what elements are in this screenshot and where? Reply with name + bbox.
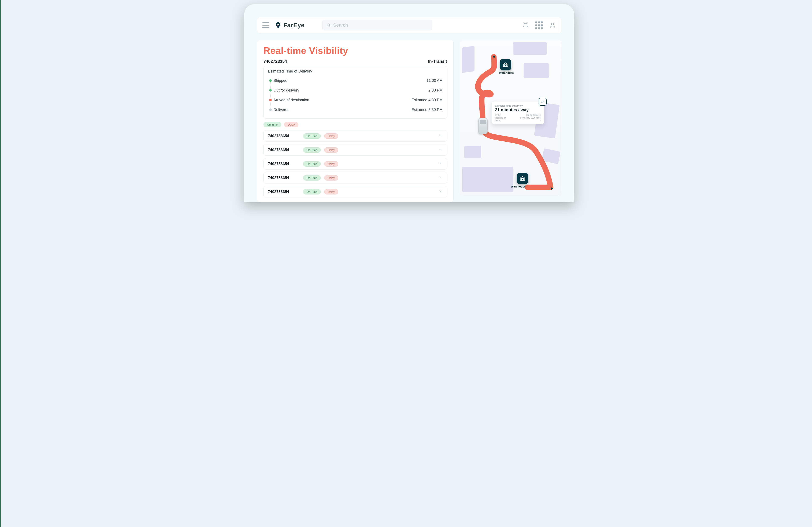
badge-ontime: On-Time <box>303 189 321 194</box>
warehouse-icon <box>503 62 509 68</box>
svg-point-0 <box>277 24 279 25</box>
badge-ontime: On-Time <box>303 147 321 152</box>
apps-button[interactable] <box>535 21 542 29</box>
timeline-step-label: Arrived of destination <box>273 98 309 102</box>
shipment-status: In-Transit <box>428 59 447 64</box>
timeline: Shipped11:00 AMOut for delivery2:00 PMAr… <box>268 76 443 115</box>
analytics-icon[interactable] <box>539 98 547 106</box>
search-icon <box>326 23 331 28</box>
header-actions <box>522 21 556 29</box>
filter-delay[interactable]: Delay <box>284 122 299 127</box>
eta-popup-key: Items <box>495 119 500 122</box>
eta-popup-row: Tracking ID8493 3049 0220 4895 <box>495 117 541 119</box>
app-window: FarEye <box>244 4 574 202</box>
shipment-list: 7402733654On-TimeDelay7402733654On-TimeD… <box>263 130 447 197</box>
svg-rect-4 <box>521 178 523 180</box>
timeline-step-time: Esitamed 4:30 PM <box>411 98 443 102</box>
search-box[interactable] <box>322 20 432 30</box>
chevron-down-icon <box>438 147 443 152</box>
notifications-button[interactable] <box>522 21 529 29</box>
badge-ontime: On-Time <box>303 133 321 139</box>
shipment-row[interactable]: 7402733654On-TimeDelay <box>263 130 447 142</box>
timeline-step-time: 2:00 PM <box>429 88 443 92</box>
timeline-step-label: Shipped <box>273 78 287 83</box>
timeline-step-label: Delivered <box>273 107 289 112</box>
apps-icon <box>535 21 543 29</box>
eta-popup-row: Items2 <box>495 119 541 122</box>
tracking-id: 7402723354 <box>263 59 287 64</box>
badge-delay: Delay <box>324 147 338 152</box>
topbar: FarEye <box>257 17 562 33</box>
chevron-down-icon <box>438 133 443 138</box>
route-start-dot <box>493 56 495 58</box>
eta-popup-key: Status <box>495 114 501 116</box>
shipment-row[interactable]: 7402733654On-TimeDelay <box>263 158 447 170</box>
map-canvas[interactable]: Warehouse Warehouse Estimated Time of De… <box>460 40 561 196</box>
timeline-step: Arrived of destinationEsitamed 4:30 PM <box>268 95 443 105</box>
origin-label: Warehouse <box>499 71 514 74</box>
svg-point-1 <box>327 24 330 26</box>
eta-popup-val: 2 <box>539 119 541 122</box>
profile-button[interactable] <box>549 21 556 29</box>
chevron-down-icon <box>438 175 443 180</box>
eta-card: Esimated Time of Delivery Shipped11:00 A… <box>263 66 447 119</box>
destination-label: Warehouse <box>511 185 526 188</box>
badge-delay: Delay <box>324 175 338 180</box>
badge-delay: Delay <box>324 189 338 194</box>
filter-pills: On-Time Delay <box>263 122 447 127</box>
warehouse-icon <box>520 175 525 181</box>
filter-ontime[interactable]: On-Time <box>263 122 281 127</box>
eta-popup-key: Tracking ID <box>495 117 506 119</box>
timeline-step-time: Esitamed 6:30 PM <box>411 107 443 112</box>
map-panel[interactable]: Warehouse Warehouse Estimated Time of De… <box>460 40 562 196</box>
eta-label: Esimated Time of Delivery <box>268 69 443 74</box>
chevron-down-icon <box>438 161 443 166</box>
route-end-dot <box>551 188 553 190</box>
search-input[interactable] <box>333 23 428 28</box>
shipment-id: 7402733654 <box>268 148 300 152</box>
page-title: Real-time Visibility <box>263 45 447 56</box>
shipment-id: 7402733654 <box>268 162 300 166</box>
timeline-step-time: 11:00 AM <box>426 78 443 83</box>
vehicle-icon <box>478 118 488 134</box>
menu-button[interactable] <box>262 23 270 28</box>
timeline-step: DeliveredEsitamed 6:30 PM <box>268 105 443 115</box>
eta-popup-value: 21 minutes away <box>495 107 541 112</box>
badge-delay: Delay <box>324 161 338 166</box>
fareye-logo-icon <box>274 21 282 29</box>
eta-popup-title: Estimated Time of Delivery <box>495 104 541 107</box>
shipment-id: 7402733654 <box>268 134 300 138</box>
timeline-step: Out for delivery2:00 PM <box>268 85 443 95</box>
origin-marker[interactable] <box>500 59 511 70</box>
brand-name: FarEye <box>284 21 304 29</box>
avatar-icon <box>549 22 556 28</box>
current-shipment-header: 7402723354 In-Transit <box>263 59 447 64</box>
svg-point-2 <box>551 23 554 25</box>
destination-marker[interactable] <box>517 173 528 184</box>
shipment-id: 7402733654 <box>268 190 300 194</box>
shipment-row[interactable]: 7402733654On-TimeDelay <box>263 172 447 184</box>
svg-rect-3 <box>505 65 506 67</box>
eta-popup-val: Out for Delivery <box>526 114 541 116</box>
brand-logo[interactable]: FarEye <box>274 21 304 29</box>
timeline-step-label: Out for delivery <box>273 88 299 92</box>
shipment-row[interactable]: 7402733654On-TimeDelay <box>263 186 447 197</box>
eta-popup-val: 8493 3049 0220 4895 <box>520 117 541 119</box>
badge-ontime: On-Time <box>303 175 321 180</box>
shipment-row[interactable]: 7402733654On-TimeDelay <box>263 144 447 156</box>
visibility-panel: Real-time Visibility 7402723354 In-Trans… <box>257 40 453 202</box>
eta-popup-row: StatusOut for Delivery <box>495 114 541 116</box>
eta-popup: Estimated Time of Delivery 21 minutes aw… <box>491 101 544 124</box>
chevron-down-icon <box>438 189 443 194</box>
bell-icon <box>522 22 528 28</box>
badge-delay: Delay <box>324 133 338 139</box>
timeline-step: Shipped11:00 AM <box>268 76 443 85</box>
shipment-id: 7402733654 <box>268 176 300 180</box>
badge-ontime: On-Time <box>303 161 321 166</box>
